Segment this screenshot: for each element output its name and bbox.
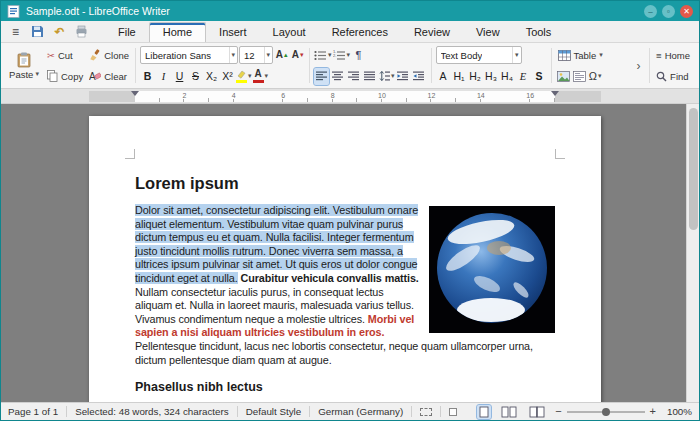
paste-dropdown-icon[interactable]: ▾ (35, 70, 39, 78)
table-icon (558, 50, 571, 61)
page-style[interactable]: Default Style (246, 406, 302, 417)
font-size-combo[interactable]: 12 ▾ (239, 46, 273, 64)
title-bar[interactable]: Sample.odt - LibreOffice Writer – ▫ ✕ (1, 1, 699, 21)
highlight-color-button[interactable]: ▾ (236, 68, 252, 85)
zoom-slider[interactable] (567, 411, 645, 413)
bullet-list-button[interactable]: ▾ (314, 47, 332, 64)
special-character-button[interactable]: Ω ▾ (588, 68, 603, 85)
word-count[interactable]: Selected: 48 words, 324 characters (75, 406, 229, 417)
grow-font-button[interactable]: A▴ (274, 47, 289, 64)
body-text-tail[interactable]: Pellentesque tincidunt, lacus nec lobort… (135, 340, 533, 366)
zoom-slider-handle[interactable] (602, 408, 610, 416)
special-character-dropdown-icon[interactable]: ▾ (598, 72, 602, 80)
font-color-button[interactable]: A ▾ (253, 68, 269, 85)
tab-view[interactable]: View (463, 23, 513, 42)
strikethrough-button[interactable]: S (188, 68, 203, 85)
toolbar-overflow-icon[interactable]: › (631, 57, 646, 74)
minimize-button[interactable]: – (644, 5, 657, 18)
highlight-dropdown-icon[interactable]: ▾ (248, 72, 252, 80)
copy-button[interactable]: Copy (45, 67, 85, 85)
shrink-font-button[interactable]: A▾ (290, 47, 305, 64)
find-button[interactable]: Find (654, 67, 690, 85)
bold-button[interactable]: B (140, 68, 155, 85)
page-count[interactable]: Page 1 of 1 (8, 406, 58, 417)
style-heading3-button[interactable]: H₃ (484, 68, 499, 85)
style-emphasis-button[interactable]: E (516, 68, 531, 85)
numbered-dropdown-icon[interactable]: ▾ (347, 51, 351, 59)
insert-image-button[interactable] (556, 68, 571, 85)
style-heading1-button[interactable]: H₁ (452, 68, 467, 85)
font-color-dropdown-icon[interactable]: ▾ (265, 72, 269, 80)
context-menu-button[interactable]: ≡ Home (654, 46, 692, 64)
style-default-button[interactable]: A (436, 68, 451, 85)
print-icon[interactable] (72, 23, 91, 40)
font-size-dropdown-icon[interactable]: ▾ (264, 47, 273, 63)
style-dropdown-icon[interactable]: ▾ (512, 47, 521, 63)
numbered-list-button[interactable]: 1. 2. ▾ (333, 47, 351, 64)
tab-review[interactable]: Review (401, 23, 463, 42)
increase-indent-button[interactable] (396, 68, 411, 85)
style-strong-button[interactable]: S (532, 68, 547, 85)
vertical-scrollbar[interactable] (686, 104, 699, 402)
tab-references[interactable]: References (319, 23, 401, 42)
font-name-dropdown-icon[interactable]: ▾ (229, 47, 238, 63)
subscript-button[interactable]: X₂ (204, 68, 219, 85)
document-page[interactable]: Lorem ipsum (89, 116, 601, 402)
clone-formatting-button[interactable]: Clone (87, 46, 131, 64)
formatting-marks-button[interactable]: ¶ (351, 47, 366, 64)
align-right-button[interactable] (346, 68, 361, 85)
italic-button[interactable]: I (156, 68, 171, 85)
align-justify-button[interactable] (362, 68, 377, 85)
zoom-out-icon[interactable]: − (555, 406, 561, 417)
style-heading4-button[interactable]: H₄ (500, 68, 515, 85)
line-spacing-button[interactable]: ▾ (378, 68, 395, 85)
zoom-level[interactable]: 100% (664, 406, 692, 417)
bold-sentence[interactable]: Curabitur vehicula convallis mattis. (238, 272, 419, 284)
line-spacing-dropdown-icon[interactable]: ▾ (391, 72, 395, 80)
single-page-view-button[interactable] (477, 405, 491, 419)
tab-tools[interactable]: Tools (513, 23, 565, 42)
align-left-button[interactable] (314, 68, 329, 85)
grow-font-glyph: A (276, 50, 283, 60)
align-center-button[interactable] (330, 68, 345, 85)
text-boundary-corner (555, 149, 565, 159)
right-indent-marker[interactable] (551, 91, 559, 96)
left-indent-marker[interactable] (131, 91, 139, 96)
insert-table-button[interactable]: Table ▾ (556, 46, 605, 64)
selection-mode-icon[interactable] (420, 408, 432, 416)
text-language[interactable]: German (Germany) (318, 406, 403, 417)
tab-layout[interactable]: Layout (260, 23, 319, 42)
menu-icon[interactable]: ≡ (6, 23, 25, 40)
zoom-in-icon[interactable]: + (650, 406, 656, 417)
document-area[interactable]: Lorem ipsum (1, 104, 699, 402)
undo-icon[interactable]: ↶ (50, 23, 69, 40)
style-heading2-button[interactable]: H₂ (468, 68, 483, 85)
tab-file[interactable]: File (105, 23, 149, 42)
earth-image[interactable] (429, 206, 555, 333)
paragraph-style-combo[interactable]: Text Body ▾ (436, 46, 522, 64)
save-icon[interactable] (28, 23, 47, 40)
horizontal-ruler[interactable]: 246810121416 (1, 89, 699, 104)
tab-insert[interactable]: Insert (206, 23, 260, 42)
ruler-number: 10 (377, 92, 387, 99)
document-modified-icon[interactable] (449, 408, 457, 416)
clear-formatting-button[interactable]: A Clear (87, 67, 129, 85)
toolbar-spacer (606, 44, 631, 87)
book-view-button[interactable] (527, 405, 547, 419)
superscript-button[interactable]: X² (220, 68, 235, 85)
tab-home[interactable]: Home (149, 22, 206, 42)
cut-button[interactable]: ✂Cut (45, 46, 75, 64)
bullet-dropdown-icon[interactable]: ▾ (328, 51, 332, 59)
insert-frame-button[interactable] (572, 68, 587, 85)
paragraph-2[interactable]: Consequat pretium scelerisque sit amet, … (135, 400, 555, 402)
paste-button[interactable]: Paste▾ (5, 46, 43, 86)
close-button[interactable]: ✕ (680, 5, 693, 18)
paragraph-1[interactable]: Dolor sit amet, consectetur adipiscing e… (135, 204, 555, 367)
scrollbar-thumb[interactable] (689, 108, 698, 230)
maximize-button[interactable]: ▫ (662, 5, 675, 18)
table-dropdown-icon[interactable]: ▾ (599, 51, 603, 59)
multi-page-view-button[interactable] (499, 405, 519, 419)
underline-button[interactable]: U (172, 68, 187, 85)
decrease-indent-button[interactable] (412, 68, 427, 85)
font-name-combo[interactable]: Liberation Sans ▾ (140, 46, 238, 64)
